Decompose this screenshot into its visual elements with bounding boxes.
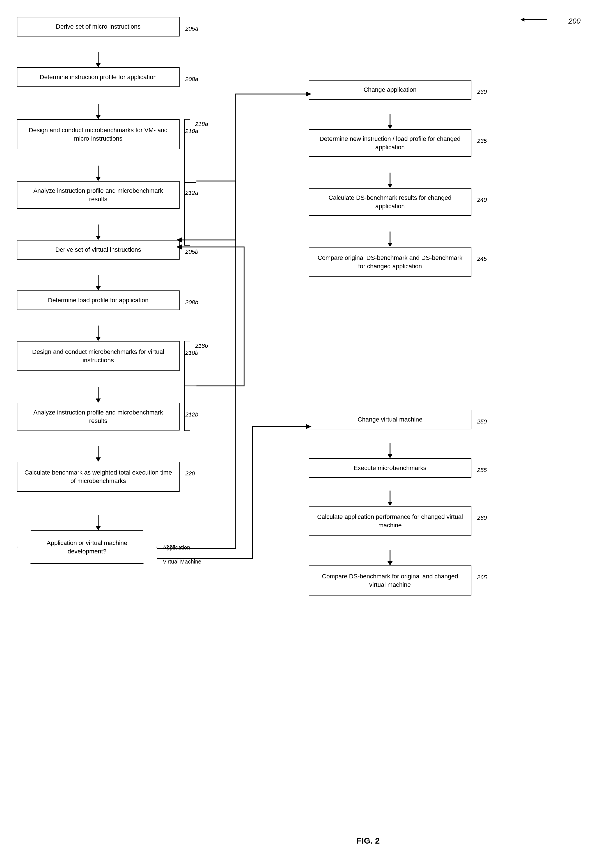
box-205b: Derive set of virtual instructions (17, 240, 179, 260)
box-212b-wrapper: Analyze instruction profile and microben… (17, 403, 198, 430)
label-255: 255 (477, 467, 487, 473)
arrow-r3 (387, 232, 393, 247)
arrow-2 (96, 104, 101, 119)
box-245-wrapper: Compare original DS-benchmark and DS-ben… (309, 247, 487, 277)
svg-marker-39 (388, 561, 393, 565)
box-260-wrapper: Calculate application performance for ch… (309, 506, 487, 536)
box-230: Change application (309, 80, 472, 100)
box-210b-wrapper: Design and conduct microbenchmarks for v… (17, 341, 198, 371)
arrow-8 (96, 446, 101, 462)
arrow-1 (96, 52, 101, 67)
arrow-r1 (387, 114, 393, 129)
svg-marker-35 (388, 454, 393, 458)
ref-200-arrow (524, 15, 581, 24)
box-208a-wrapper: Determine instruction profile for applic… (17, 67, 198, 87)
box-212a-wrapper: Analyze instruction profile and microben… (17, 181, 198, 209)
svg-marker-31 (388, 184, 393, 188)
svg-marker-13 (96, 337, 101, 341)
label-220: 220 (185, 470, 195, 477)
box-255-wrapper: Execute microbenchmarks 255 (309, 458, 487, 478)
box-265: Compare DS-benchmark for original and ch… (309, 565, 472, 596)
box-220: Calculate benchmark as weighted total ex… (17, 462, 179, 492)
fig-label: FIG. 2 (356, 836, 380, 846)
arrow-r2 (387, 173, 393, 188)
box-220-wrapper: Calculate benchmark as weighted total ex… (17, 462, 195, 492)
box-205a: Derive set of micro-instructions (17, 17, 179, 37)
arrow-7 (96, 387, 101, 403)
box-250: Change virtual machine (309, 410, 472, 429)
box-225-wrapper: Application or virtual machine developme… (17, 531, 175, 564)
label-265: 265 (477, 574, 487, 581)
svg-marker-3 (96, 63, 101, 67)
diagram-container: { "ref": { "main": "200", "left": { "205… (0, 0, 603, 868)
box-210a-wrapper: Design and conduct microbenchmarks for V… (17, 119, 198, 149)
box-208a: Determine instruction profile for applic… (17, 67, 179, 87)
svg-marker-19 (96, 526, 101, 531)
application-branch-label: Application (163, 545, 190, 551)
box-250-wrapper: Change virtual machine 250 (309, 410, 487, 429)
box-210b: Design and conduct microbenchmarks for v… (17, 341, 179, 371)
box-240: Calculate DS-benchmark results for chang… (309, 188, 472, 216)
box-208b: Determine load profile for application (17, 291, 179, 310)
box-212a: Analyze instruction profile and microben… (17, 181, 179, 209)
label-260: 260 (477, 514, 487, 521)
label-208a: 208a (185, 76, 198, 82)
arrow-5 (96, 275, 101, 291)
arrow-6 (96, 325, 101, 341)
svg-marker-5 (96, 115, 101, 119)
arrow-r5 (387, 443, 393, 458)
svg-marker-15 (96, 399, 101, 403)
svg-marker-37 (388, 502, 393, 506)
label-250: 250 (477, 418, 487, 425)
box-245: Compare original DS-benchmark and DS-ben… (309, 247, 472, 277)
box-212b: Analyze instruction profile and microben… (17, 403, 179, 430)
box-208b-wrapper: Determine load profile for application 2… (17, 291, 198, 310)
box-205b-wrapper: Derive set of virtual instructions 205b (17, 240, 198, 260)
box-205a-wrapper: Derive set of micro-instructions 205a (17, 17, 198, 37)
box-230-wrapper: Change application 230 (309, 80, 487, 100)
label-245: 245 (477, 255, 487, 262)
arrow-r6 (387, 490, 393, 506)
svg-marker-7 (96, 177, 101, 181)
label-205a: 205a (185, 25, 198, 32)
arrow-r7 (387, 550, 393, 565)
arrow-3 (96, 166, 101, 181)
arrow-4 (96, 224, 101, 240)
box-265-wrapper: Compare DS-benchmark for original and ch… (309, 565, 487, 596)
arrow-9 (96, 515, 101, 531)
svg-marker-1 (521, 18, 524, 22)
label-230: 230 (477, 88, 487, 95)
svg-marker-9 (96, 236, 101, 240)
label-240: 240 (477, 196, 487, 203)
svg-marker-11 (96, 286, 101, 291)
svg-marker-17 (96, 458, 101, 462)
svg-marker-33 (388, 243, 393, 247)
box-210a: Design and conduct microbenchmarks for V… (17, 119, 179, 149)
virtual-machine-branch-label: Virtual Machine (163, 559, 201, 565)
box-225-decision: Application or virtual machine developme… (17, 531, 157, 564)
brace-218a (182, 119, 199, 246)
label-205b: 205b (185, 248, 198, 255)
box-255: Execute microbenchmarks (309, 458, 472, 478)
box-240-wrapper: Calculate DS-benchmark results for chang… (309, 188, 487, 216)
label-235: 235 (477, 138, 487, 144)
brace-218b (182, 341, 199, 431)
box-235-wrapper: Determine new instruction / load profile… (309, 129, 487, 157)
box-235: Determine new instruction / load profile… (309, 129, 472, 157)
box-260: Calculate application performance for ch… (309, 506, 472, 536)
svg-marker-29 (388, 125, 393, 129)
label-208b: 208b (185, 299, 198, 306)
